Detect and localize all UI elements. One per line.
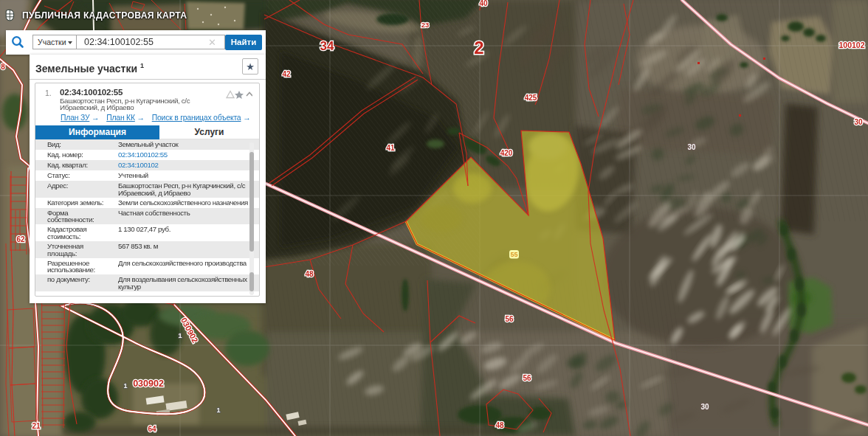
svg-text:42: 42	[282, 70, 291, 78]
svg-text:1: 1	[123, 382, 127, 390]
svg-text:62: 62	[16, 235, 25, 243]
svg-text:425: 425	[525, 94, 537, 102]
svg-text:23: 23	[421, 21, 430, 29]
svg-text:40: 40	[479, 0, 488, 7]
svg-text:30: 30	[854, 118, 863, 126]
svg-text:21: 21	[32, 422, 41, 430]
svg-text:34: 34	[320, 39, 334, 53]
svg-text:30: 30	[700, 403, 709, 411]
svg-text:1: 1	[178, 332, 182, 339]
svg-text:56: 56	[505, 315, 514, 323]
svg-text:8: 8	[1, 63, 5, 71]
svg-text:1: 1	[216, 406, 220, 414]
svg-text:48: 48	[305, 270, 314, 278]
svg-text:030902: 030902	[133, 378, 164, 389]
svg-text:100102: 100102	[838, 41, 864, 49]
svg-text:2: 2	[474, 38, 483, 58]
svg-text:30: 30	[687, 143, 696, 151]
svg-text:56: 56	[523, 374, 531, 382]
svg-text:420: 420	[500, 149, 513, 157]
svg-text:64: 64	[148, 425, 156, 433]
svg-text:55: 55	[510, 251, 517, 258]
svg-text:41: 41	[386, 144, 395, 152]
svg-text:48: 48	[495, 421, 504, 429]
